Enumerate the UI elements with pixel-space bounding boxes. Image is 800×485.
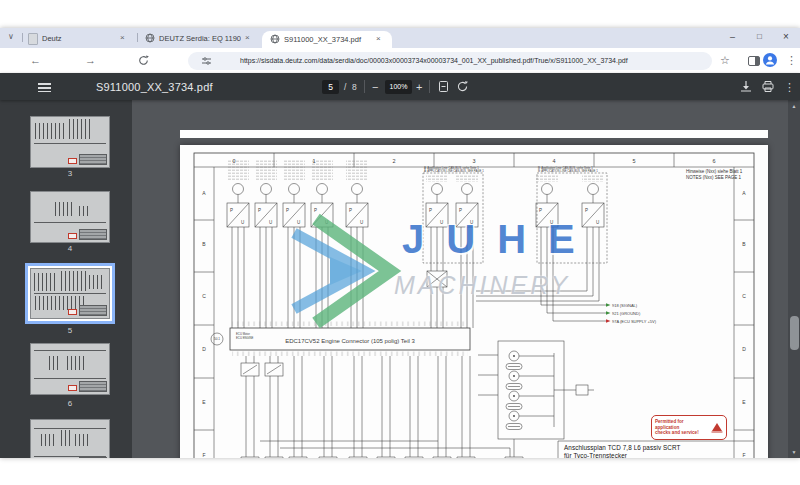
row-label: F [202,452,205,458]
pdf-filename: S911000_XX_3734.pdf [96,81,213,93]
row-label: B [202,241,206,247]
watermark-text-line2: MACHINERY [394,271,570,300]
tab-deutz[interactable]: Deutz × [24,28,134,48]
zoom-level-input[interactable]: 100% [385,80,412,94]
previous-page-edge [180,130,768,138]
row-label: B [742,241,746,247]
thumbnail-art [30,268,110,319]
thumbnail-page-4[interactable] [30,191,110,243]
document-favicon-icon [28,33,38,45]
thumbnail-page-label: 4 [30,244,110,253]
column-label: 5 [632,158,635,164]
title-de-2: für Tyco-Trennstecker [564,452,698,458]
back-button[interactable]: ← [30,54,41,66]
zoom-in-button[interactable]: + [416,81,422,93]
svg-text:P: P [459,208,462,213]
toolbar-divider [429,80,430,93]
download-button[interactable] [739,80,753,93]
screenshot-root: ∨ Deutz × DEUTZ Serdia: EQ 11905285 × S9… [0,0,800,485]
stamp-logo-icon [711,422,723,433]
window-close-button[interactable]: × [783,32,789,42]
page-separator: / [344,81,346,93]
row-label: A [742,190,746,196]
thumbnail-page-label: 3 [30,169,110,178]
row-label: A [202,190,206,196]
row-label: E [202,399,206,405]
side-panel-fill [755,57,759,65]
wiring-diagram: 0 1 2 3 4 5 6 A B C D E F A B [180,145,768,458]
page-number-input[interactable]: 5 [322,80,339,94]
globe-icon [270,34,280,44]
thumbnail-page-label: 5 [30,326,110,335]
approval-stamp: Permitted for application checks and ser… [651,415,727,440]
scroll-down-icon[interactable]: ▼ [788,449,800,455]
tab-title: S911000_XX_3734.pdf [284,35,372,44]
tab-pdf-active[interactable]: S911000_XX_3734.pdf × [262,31,392,48]
toolbar-divider [364,80,365,93]
pdf-menu-button[interactable] [38,81,51,95]
address-bar[interactable]: https://sisdata.deutz.com/data/serdia/do… [188,52,712,70]
column-label: 1 [312,158,315,164]
thumbnail-art [31,117,109,167]
bookmark-star-button[interactable]: ☆ [720,54,730,66]
zoom-out-button[interactable]: − [372,81,378,93]
svg-text:P: P [539,208,542,213]
wire-label: 918 (SIGNAL) [612,303,638,308]
window-minimize-button[interactable]: – [730,32,735,42]
region-b-note: B: APPLICATION LINE CAN-BUS, SEE PAGE 1 [538,169,598,173]
svg-text:P: P [230,208,233,213]
tab-serdia[interactable]: DEUTZ Serdia: EQ 11905285 × [140,28,258,48]
browser-menu-button[interactable]: ⋮ [786,54,797,66]
row-label: F [742,452,745,458]
vertical-scrollbar[interactable]: ▲ ▼ [788,100,800,458]
note-en: NOTES (Nxx) SEE PAGE 1 [686,175,742,181]
rotate-button[interactable] [456,80,469,93]
address-toolbar: ← → https://sisdata.deutz.com/data/serdi… [0,48,800,74]
tab-close-icon[interactable]: × [120,34,125,42]
ecu-side-label: ECU ENGINE [236,336,254,340]
tab-strip: ∨ Deutz × DEUTZ Serdia: EQ 11905285 × S9… [0,28,800,48]
column-label: 6 [712,158,715,164]
column-label: 0 [232,158,235,164]
fit-page-button[interactable] [437,80,450,93]
scrollbar-thumb[interactable] [790,316,799,350]
region-a-note: A: APPLICATION LINE CAN-BUS, SEE PAGE 1 [424,169,484,173]
svg-text:U: U [269,220,272,225]
tab-close-icon[interactable]: × [376,35,381,43]
profile-avatar[interactable] [763,53,777,67]
svg-text:U: U [241,220,244,225]
tab-divider [137,33,138,42]
window-maximize-button[interactable]: □ [757,32,762,42]
row-label: E [742,399,746,405]
page-total: 8 [352,81,357,93]
thumbnail-page-7[interactable] [30,419,110,458]
row-label: D [742,346,746,352]
title-de-1: Anschlussplan TCD 7,8 L6 passiv SCRT [564,444,698,452]
row-label: D [202,346,206,352]
tab-title: DEUTZ Serdia: EQ 11905285 [159,34,241,43]
thumbnail-page-5-selected[interactable] [25,263,115,324]
tab-search-chevron-icon[interactable]: ∨ [8,31,14,43]
stamp-text: Permitted for application checks and ser… [655,419,709,436]
site-settings-icon[interactable] [202,57,211,65]
url-text[interactable]: https://sisdata.deutz.com/data/serdia/do… [240,56,702,66]
print-button[interactable] [761,80,775,93]
drawing-title: Anschlussplan TCD 7,8 L6 passiv SCRT für… [564,444,698,458]
pdf-menu-more-button[interactable]: ⋮ [784,81,795,93]
pdf-content-area: 3 4 [0,100,800,458]
row-label: C [742,293,746,299]
side-panel-button[interactable] [748,56,760,66]
scroll-up-icon[interactable]: ▲ [788,103,800,109]
svg-text:P: P [258,208,261,213]
svg-text:P: P [585,208,588,213]
thumbnail-page-3[interactable] [30,116,110,168]
ecu-connector-label: EDC17CV52 Engine Connector (105 polig) T… [285,338,415,344]
thumbnail-page-label: 6 [30,399,110,408]
reload-button[interactable] [138,55,149,66]
page-notes: Hinweise (Nxx) siehe Blatt 1 NOTES (Nxx)… [686,169,742,181]
tab-close-icon[interactable]: × [245,34,250,42]
pdf-toolbar: S911000_XX_3734.pdf 5 / 8 − 100% + ⋮ [0,73,800,100]
thumbnail-page-6[interactable] [30,343,110,395]
browser-window: ∨ Deutz × DEUTZ Serdia: EQ 11905285 × S9… [0,28,800,458]
forward-button[interactable]: → [85,54,96,66]
